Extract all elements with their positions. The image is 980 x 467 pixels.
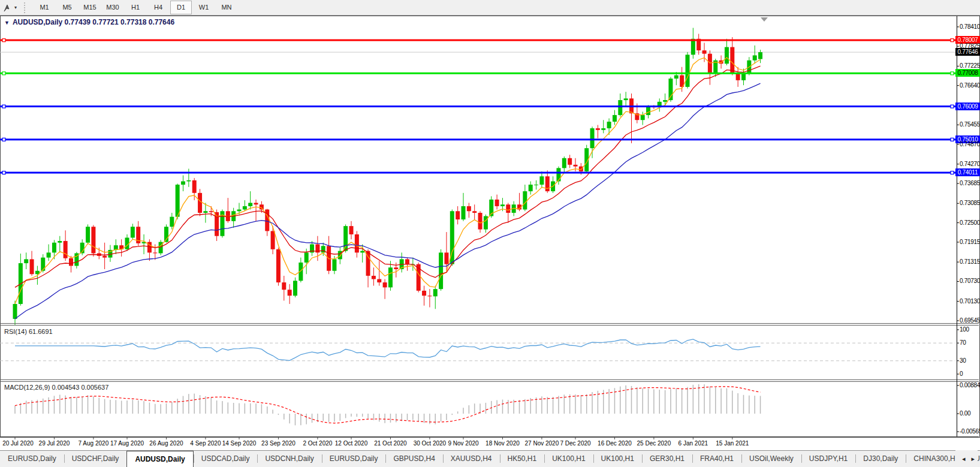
chart-tab-eurusd-daily[interactable]: EURUSD,Daily [322,451,386,467]
chart-tab-usdjpy-h1[interactable]: USDJPY,H1 [801,451,855,467]
cursor-tool-icon[interactable] [1,2,13,14]
chart-tab-xauusd-h4[interactable]: XAUUSD,H4 [443,451,500,467]
level-line-handle[interactable] [951,72,954,75]
timeframe-button-m30[interactable]: M30 [102,1,123,14]
panel-separators[interactable] [0,16,979,437]
level-line-handle[interactable] [951,39,954,42]
level-line-handle[interactable] [2,138,5,141]
timeframe-button-m1[interactable]: M1 [34,1,55,14]
level-line-handle[interactable] [2,171,5,174]
moving-average-lines [15,58,761,319]
tab-scroll-right-icon[interactable]: ▸ [971,450,975,467]
tab-scroll-arrows: ◂ ▸ [955,450,978,467]
timeframe-button-d1[interactable]: D1 [170,1,192,14]
level-line-handle[interactable] [2,72,5,75]
chart-tab-hk50-h1[interactable]: HK50,H1 [500,451,545,467]
chart-tab-usdcad-daily[interactable]: USDCAD,Daily [194,451,258,467]
chart-tab-dj30-daily[interactable]: DJ30,Daily [855,451,906,467]
chart-tab-usdcnh-daily[interactable]: USDCNH,Daily [257,451,321,467]
chart-tab-eurusd-daily[interactable]: EURUSD,Daily [0,451,64,467]
timeframe-button-h1[interactable]: H1 [125,1,146,14]
level-line-handle[interactable] [951,105,954,108]
chart-tab-bar: EURUSD,DailyUSDCHF,DailyAUDUSD,DailyUSDC… [0,450,980,467]
toolbar-grip[interactable] [24,2,28,13]
cursor-tool-caret-icon[interactable]: ▾ [14,5,17,10]
timeframe-button-mn[interactable]: MN [216,1,237,14]
level-line-handle[interactable] [2,39,5,42]
level-line-handle[interactable] [951,171,954,174]
level-line-handle[interactable] [2,105,5,108]
timeframe-button-h4[interactable]: H4 [147,1,169,14]
main-chart-plot[interactable] [0,0,980,467]
timeframe-button-w1[interactable]: W1 [193,1,215,14]
rsi-panel[interactable] [0,330,959,374]
chart-tab-uk100-h1[interactable]: UK100,H1 [593,451,642,467]
timeframe-button-m5[interactable]: M5 [56,1,78,14]
candlesticks [13,28,763,324]
tab-scroll-left-icon[interactable]: ◂ [962,450,966,467]
macd-panel[interactable] [14,384,959,432]
time-axis[interactable] [15,437,732,439]
mt4-window: ▾ M1M5M15M30H1H4D1W1MN ▼AUDUSD,Daily 0.7… [0,0,980,467]
timeframe-button-m15[interactable]: M15 [79,1,101,14]
level-line-handle[interactable] [951,138,954,141]
chart-tab-gbpusd-h4[interactable]: GBPUSD,H4 [385,451,442,467]
chart-tab-ger30-h1[interactable]: GER30,H1 [642,451,692,467]
horizontal-level-lines[interactable] [0,39,955,174]
chart-tab-usdchf-daily[interactable]: USDCHF,Daily [64,451,127,467]
chart-tab-audusd-daily[interactable]: AUDUSD,Daily [126,451,193,467]
chart-tab-fra40-h1[interactable]: FRA40,H1 [692,451,741,467]
chart-tab-uk100-h1[interactable]: UK100,H1 [544,451,593,467]
timeframe-toolbar: ▾ M1M5M15M30H1H4D1W1MN [0,0,980,16]
chart-tab-usoil-weekly[interactable]: USOil,Weekly [741,451,801,467]
